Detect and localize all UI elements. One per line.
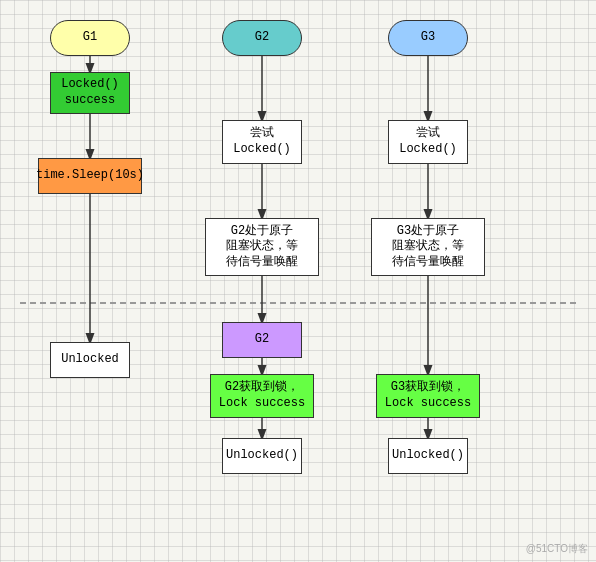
time-sleep-node: time.Sleep(10s) (38, 158, 142, 194)
g2-node: G2 (222, 20, 302, 56)
unlocked2-node: Unlocked() (222, 438, 302, 474)
g3-lock-success-node: G3获取到锁，Lock success (376, 374, 480, 418)
blocked3-node: G3处于原子阻塞状态，等待信号量唤醒 (371, 218, 485, 276)
blocked2-node: G2处于原子阻塞状态，等待信号量唤醒 (205, 218, 319, 276)
separator-line (20, 302, 576, 304)
locked-success-node: Locked()success (50, 72, 130, 114)
unlocked1-node: Unlocked (50, 342, 130, 378)
g1-node: G1 (50, 20, 130, 56)
diagram-canvas: G1 Locked()success time.Sleep(10s) Unloc… (0, 0, 596, 562)
g3-node: G3 (388, 20, 468, 56)
watermark: @51CTO博客 (526, 542, 588, 556)
try-lock3-node: 尝试Locked() (388, 120, 468, 164)
try-lock2-node: 尝试Locked() (222, 120, 302, 164)
g2-purple-node: G2 (222, 322, 302, 358)
g2-lock-success-node: G2获取到锁，Lock success (210, 374, 314, 418)
unlocked3-node: Unlocked() (388, 438, 468, 474)
